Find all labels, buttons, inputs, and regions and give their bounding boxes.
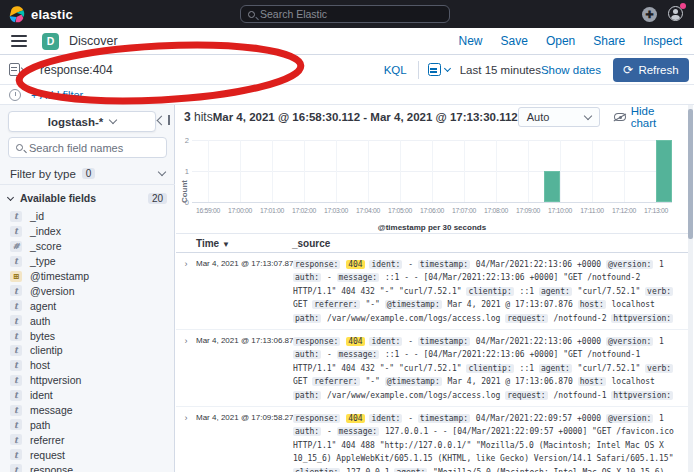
field-name: bytes [30, 330, 55, 342]
index-pattern-selector[interactable]: logstash-* [8, 111, 156, 132]
field-type-icon: t [10, 390, 22, 401]
collapse-sidebar-icon[interactable] [158, 114, 170, 126]
field-search-input[interactable]: Search field names [8, 137, 167, 158]
fields-list: t _id t _index # _score t _type ⊞ @times… [0, 209, 175, 472]
elastic-brand[interactable]: elastic [0, 6, 240, 23]
expand-row-icon[interactable]: › [176, 412, 196, 472]
global-header: elastic Search Elastic ✚ [0, 0, 694, 28]
show-dates-button[interactable]: Show dates [541, 64, 601, 76]
source-field-name: clientip: [466, 287, 513, 296]
saved-query-icon [9, 63, 20, 76]
notification-dot [680, 3, 686, 9]
source-field-name: timestamp: [418, 414, 470, 423]
source-field-name: response: [293, 260, 340, 269]
discover-main: 3 hits Mar 4, 2021 @ 16:58:30.112 - Mar … [176, 105, 694, 472]
field-type-icon: t [10, 419, 22, 430]
field-list-item[interactable]: t _id [0, 209, 175, 224]
field-list-item[interactable]: # _score [0, 239, 175, 254]
field-list-item[interactable]: t bytes [0, 328, 175, 343]
time-column-header[interactable]: Time ▼ [196, 238, 292, 249]
inspect-button[interactable]: Inspect [643, 34, 682, 48]
source-field-name: clientip: [293, 468, 340, 472]
query-input[interactable]: response:404 [40, 63, 384, 77]
field-name: _type [30, 255, 56, 267]
field-list-item[interactable]: t referrer [0, 432, 175, 447]
field-list-item[interactable]: ⊞ @timestamp [0, 269, 175, 284]
histogram-bar[interactable] [544, 171, 560, 202]
source-value: 1 [659, 414, 664, 423]
share-button[interactable]: Share [593, 34, 625, 48]
scrollbar[interactable] [688, 105, 693, 472]
field-name: host [30, 359, 50, 371]
source-field-name: @version: [606, 337, 653, 346]
field-list-item[interactable]: t agent [0, 298, 175, 313]
menu-icon[interactable] [11, 35, 27, 47]
gridline [432, 140, 433, 202]
field-list-item[interactable]: t message [0, 403, 175, 418]
histogram-bar[interactable] [656, 140, 672, 202]
source-field-name: timestamp: [418, 337, 470, 346]
field-type-icon: t [10, 464, 22, 472]
hits-toolbar: 3 hits Mar 4, 2021 @ 16:58:30.112 - Mar … [176, 105, 688, 129]
field-list-item[interactable]: t _type [0, 254, 175, 269]
row-source: response: 404 ident: - timestamp: 04/Mar… [293, 258, 688, 325]
row-time: Mar 4, 2021 @ 17:13:06.870 [196, 335, 293, 402]
source-value: Mar 4, 2021 @ 17:13:06.870 [448, 377, 573, 386]
field-list-item[interactable]: t clientip [0, 343, 175, 358]
refresh-button[interactable]: ⟳ Refresh [613, 58, 689, 82]
expand-row-icon[interactable]: › [176, 335, 196, 402]
add-filter-button[interactable]: + Add filter [31, 89, 83, 101]
interval-select[interactable]: Auto [518, 107, 600, 127]
hide-chart-button[interactable]: Hide chart [614, 105, 680, 129]
available-fields-label: Available fields [20, 192, 96, 204]
field-list-item[interactable]: t @version [0, 283, 175, 298]
scrollbar-thumb[interactable] [688, 109, 693, 239]
source-value: localhost [612, 300, 655, 309]
gridline [272, 140, 273, 202]
saved-query-menu-button[interactable] [9, 63, 28, 76]
brand-name: elastic [31, 7, 73, 22]
available-fields-count-badge: 20 [148, 193, 167, 204]
field-name: _id [30, 210, 44, 222]
query-language-button[interactable]: KQL [384, 64, 407, 76]
field-list-item[interactable]: t response [0, 462, 175, 472]
field-list-item[interactable]: t path [0, 417, 175, 432]
new-button[interactable]: New [459, 34, 483, 48]
field-list-item[interactable]: t request [0, 447, 175, 462]
filter-by-type-button[interactable]: Filter by type 0 [0, 163, 175, 185]
field-name: response [30, 464, 73, 472]
field-list-item[interactable]: t auth [0, 313, 175, 328]
page-title: Discover [69, 34, 118, 48]
source-field-name: referrer: [312, 300, 359, 309]
expand-row-icon[interactable]: › [176, 258, 196, 325]
source-field-name: verb: [645, 287, 673, 296]
available-fields-header[interactable]: Available fields 20 [0, 189, 175, 207]
field-type-icon: t [10, 285, 22, 296]
field-list-item[interactable]: t host [0, 358, 175, 373]
help-icon[interactable]: ✚ [642, 7, 657, 22]
discover-app-badge[interactable]: D [42, 33, 59, 50]
row-time: Mar 4, 2021 @ 17:09:58.278 [196, 412, 293, 472]
gridline [304, 140, 305, 202]
saved-queries-icon[interactable] [9, 89, 21, 101]
source-value: /notfound-1 [554, 391, 607, 400]
global-search-input[interactable]: Search Elastic [240, 5, 450, 23]
date-picker-quick-menu[interactable] [428, 63, 450, 76]
source-value: GET [293, 377, 307, 386]
field-type-icon: t [10, 330, 22, 341]
source-value: ::1 [520, 287, 534, 296]
source-field-name: httpversion: [611, 391, 673, 400]
open-button[interactable]: Open [546, 34, 575, 48]
source-value: GET [293, 300, 307, 309]
time-range-value[interactable]: Last 15 minutes [460, 64, 541, 76]
source-value: Mar 4, 2021 @ 17:13:07.876 [448, 300, 573, 309]
field-list-item[interactable]: t ident [0, 388, 175, 403]
save-button[interactable]: Save [501, 34, 528, 48]
user-menu-avatar[interactable] [668, 6, 684, 22]
field-list-item[interactable]: t httpversion [0, 373, 175, 388]
field-type-icon: t [10, 211, 22, 222]
field-list-item[interactable]: t _index [0, 224, 175, 239]
search-icon [16, 144, 23, 151]
chevron-down-icon [584, 111, 592, 119]
source-value: /var/www/example.com/logs/access.log [327, 391, 500, 400]
